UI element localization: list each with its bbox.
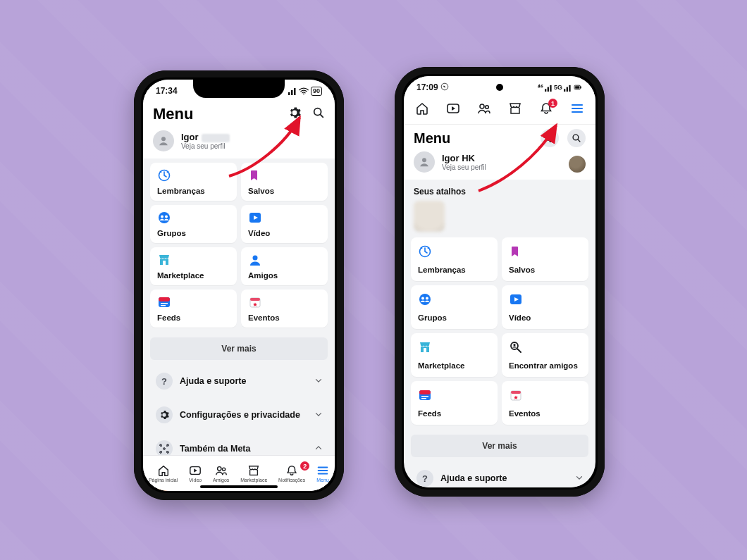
top-nav-bar: 1	[404, 97, 595, 125]
home-icon	[157, 464, 170, 477]
card-marketplace[interactable]: Marketplace	[411, 333, 498, 377]
tab-friends[interactable]: Amigos	[213, 464, 229, 483]
profile-row[interactable]: Igor HK Veja seu perfil	[404, 150, 595, 180]
bookmark-icon	[509, 244, 523, 259]
iphone-notch	[193, 80, 285, 98]
card-amigos[interactable]: Amigos	[241, 247, 328, 285]
find-friends-icon	[509, 340, 523, 354]
screen-ios: 17:34 90 Menu Igor Veja seu perfil	[143, 80, 335, 491]
row-settings-privacy[interactable]: Configurações e privacidade	[150, 399, 328, 430]
card-eventos[interactable]: Eventos	[241, 290, 328, 328]
card-eventos[interactable]: Eventos	[502, 381, 588, 425]
settings-button[interactable]	[541, 129, 559, 147]
gear-icon	[288, 106, 301, 119]
nav-marketplace[interactable]	[508, 101, 522, 118]
tab-notifications[interactable]: 2 Notificações	[278, 464, 305, 483]
card-marketplace[interactable]: Marketplace	[150, 247, 237, 285]
profile-name: Igor HK	[442, 153, 486, 163]
profile-row[interactable]: Igor Veja seu perfil	[143, 129, 335, 158]
nav-menu[interactable]	[570, 101, 584, 118]
groups-icon	[157, 211, 171, 225]
profile-subtitle: Veja seu perfil	[181, 142, 230, 150]
gear-icon	[545, 133, 555, 143]
marketplace-icon	[418, 340, 432, 354]
avatar	[153, 130, 174, 151]
feeds-icon	[157, 295, 171, 309]
redacted-surname	[202, 134, 230, 142]
phone-frame-ios: 17:34 90 Menu Igor Veja seu perfil	[134, 70, 344, 500]
signal-icon-2	[564, 84, 572, 92]
see-more-button[interactable]: Ver mais	[150, 337, 328, 360]
friends-icon	[248, 253, 262, 267]
card-video[interactable]: Vídeo	[502, 285, 588, 329]
card-encontrar-amigos[interactable]: Encontrar amigos	[502, 333, 588, 377]
search-button[interactable]	[312, 106, 325, 122]
card-salvos[interactable]: Salvos	[502, 237, 588, 281]
screen-android: 17:09 ⁴⁶ 5G 1 Menu	[404, 76, 595, 487]
card-salvos[interactable]: Salvos	[241, 163, 328, 201]
menu-title: Menu	[153, 105, 193, 123]
card-lembrancas[interactable]: Lembranças	[150, 163, 237, 201]
svg-rect-32	[575, 86, 579, 89]
question-icon: ?	[416, 470, 433, 487]
events-icon	[509, 388, 523, 402]
camera-punchhole	[496, 84, 503, 91]
marketplace-icon	[157, 253, 171, 267]
shortcuts-row	[404, 198, 595, 233]
video-icon	[446, 101, 460, 116]
battery-icon	[573, 82, 583, 92]
card-video[interactable]: Vídeo	[241, 205, 328, 243]
whatsapp-status-icon	[440, 82, 449, 91]
tab-home[interactable]: Página inicial	[149, 464, 178, 483]
profile-subtitle: Veja seu perfil	[442, 163, 486, 171]
shortcuts-label: Seus atalhos	[404, 180, 595, 198]
marketplace-icon	[508, 101, 522, 116]
chevron-down-icon	[314, 409, 323, 421]
row-help[interactable]: ? Ajuda e suporte	[411, 463, 588, 487]
menu-icon	[570, 101, 584, 116]
nav-friends[interactable]	[477, 101, 491, 118]
nav-notifications[interactable]: 1	[539, 101, 553, 118]
question-icon: ?	[156, 373, 173, 390]
search-icon	[312, 106, 325, 119]
nav-home[interactable]	[415, 101, 429, 118]
profile-name: Igor	[181, 132, 230, 142]
row-help[interactable]: ? Ajuda e suporte	[150, 366, 328, 397]
settings-button[interactable]	[288, 106, 301, 122]
shortcut-item[interactable]	[414, 201, 445, 232]
nav-video[interactable]	[446, 101, 460, 118]
chevron-up-icon	[314, 443, 323, 455]
clock-icon	[418, 244, 432, 259]
secondary-avatar[interactable]	[569, 156, 586, 173]
tab-video[interactable]: Vídeo	[189, 464, 202, 483]
friends-icon	[215, 464, 228, 477]
svg-rect-31	[581, 87, 581, 89]
home-indicator	[200, 485, 278, 488]
chevron-down-icon	[574, 473, 584, 485]
menu-header: Menu	[143, 101, 335, 129]
menu-header: Menu	[404, 125, 595, 150]
menu-grid: Lembranças Salvos Grupos Vídeo Marketpla…	[404, 233, 595, 429]
card-grupos[interactable]: Grupos	[411, 285, 498, 329]
search-icon	[572, 133, 581, 143]
status-time: 17:09	[416, 82, 438, 92]
video-icon	[248, 211, 262, 225]
phone-frame-android: 17:09 ⁴⁶ 5G 1 Menu	[395, 67, 605, 497]
search-button[interactable]	[567, 129, 586, 147]
avatar	[414, 151, 435, 173]
see-more-button[interactable]: Ver mais	[411, 435, 588, 457]
card-lembrancas[interactable]: Lembranças	[411, 237, 498, 281]
tab-marketplace[interactable]: Marketplace	[240, 464, 267, 483]
bell-icon	[285, 464, 298, 477]
menu-grid: Lembranças Salvos Grupos Vídeo Marketpla…	[143, 158, 335, 332]
notification-badge: 1	[548, 99, 557, 108]
card-grupos[interactable]: Grupos	[150, 205, 237, 243]
tab-menu[interactable]: Menu	[316, 464, 329, 483]
svg-point-28	[161, 137, 166, 141]
friends-icon	[477, 101, 491, 116]
network-label: 5G	[554, 84, 562, 91]
card-feeds[interactable]: Feeds	[150, 290, 237, 328]
card-feeds[interactable]: Feeds	[411, 381, 498, 425]
svg-point-33	[422, 158, 426, 162]
clock-icon	[157, 168, 171, 182]
